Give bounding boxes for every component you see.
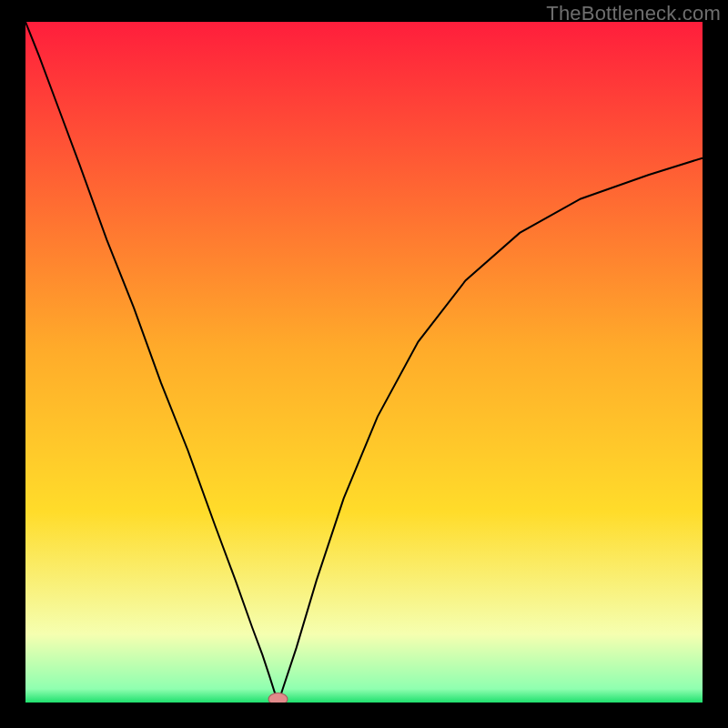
watermark-text: TheBottleneck.com [546, 2, 721, 25]
optimal-point-marker [268, 693, 288, 703]
chart-frame: TheBottleneck.com [0, 0, 728, 728]
gradient-background [25, 22, 703, 703]
plot-area [25, 22, 703, 703]
chart-svg [25, 22, 703, 703]
